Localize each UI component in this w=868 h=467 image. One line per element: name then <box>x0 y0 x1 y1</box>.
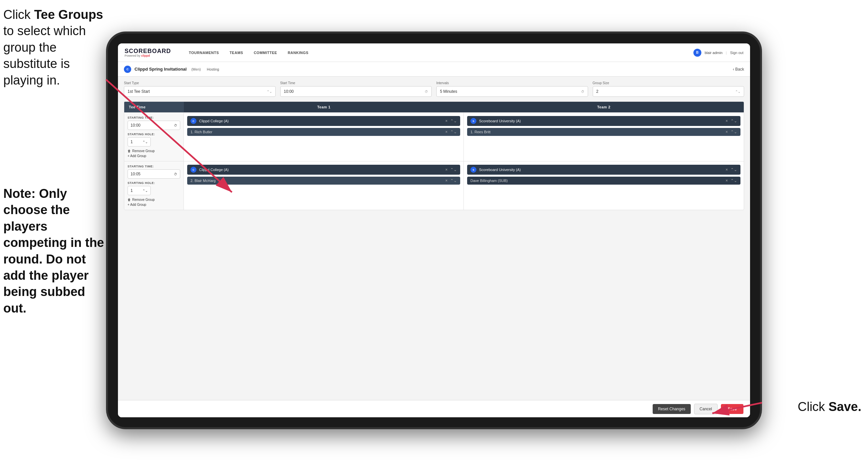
team2-entry-2[interactable]: S Scoreboard University (A) × ⌃⌄ <box>467 165 740 175</box>
nav-rankings[interactable]: RANKINGS <box>283 49 313 57</box>
team2-arrow-2[interactable]: ⌃⌄ <box>731 167 737 172</box>
starting-time-value-1: 10:00 <box>130 123 141 127</box>
content-area: Start Type 1st Tee Start ⌃⌄ Start Time 1… <box>118 77 750 417</box>
instruction-text: Click Tee Groups to select which group t… <box>3 7 106 88</box>
nav-committee[interactable]: COMMITTEE <box>249 49 282 57</box>
start-time-field: Start Time 10:00 ⏱ <box>280 81 432 97</box>
start-time-input[interactable]: 10:00 ⏱ <box>280 86 432 97</box>
team1-entry-1[interactable]: C Clippd College (A) × ⌃⌄ <box>187 116 460 126</box>
time-icon-1: ⏱ <box>174 124 177 127</box>
player1-entry-2: 2. Blair McHarg × ⌃⌄ <box>187 177 460 185</box>
start-type-label: Start Type <box>124 81 276 85</box>
tablet-frame: SCOREBOARD Powered by clippd TOURNAMENTS… <box>106 31 762 429</box>
team2-x-1[interactable]: × <box>725 119 728 123</box>
team2-icon-2: S <box>470 167 476 173</box>
starting-hole-input-2[interactable]: 1 ⌃⌄ <box>128 186 151 195</box>
group-size-value: 2 <box>596 89 599 94</box>
starting-time-input-2[interactable]: 10:05 ⏱ <box>128 169 180 179</box>
team1-arrow-1[interactable]: ⌃⌄ <box>450 119 457 123</box>
add-group-btn-2[interactable]: + Add Group <box>128 203 180 206</box>
team1-icon-1: C <box>190 118 196 124</box>
team1-x-2[interactable]: × <box>445 167 447 172</box>
sub-player-name-2: Dave Billingham (SUB) <box>470 179 507 183</box>
logo-brand: clippd <box>141 54 150 57</box>
back-button[interactable]: Back <box>733 67 744 71</box>
team1-name-2: Clippd College (A) <box>199 168 228 172</box>
group-size-input[interactable]: 2 ⌃⌄ <box>593 86 744 97</box>
starting-hole-input-1[interactable]: 1 ⌃⌄ <box>128 137 151 146</box>
player2-arrow-1[interactable]: ⌃⌄ <box>731 129 737 134</box>
tee-group-row-2: STARTING TIME: 10:05 ⏱ STARTING HOLE: 1 … <box>124 161 744 210</box>
team1-icon-2: C <box>190 167 196 173</box>
start-type-arrow: ⌃⌄ <box>267 90 272 93</box>
remove-icon-2: 🗑 <box>128 198 131 202</box>
team1-arrow-2[interactable]: ⌃⌄ <box>450 167 457 172</box>
col-team2: Team 2 <box>464 102 744 112</box>
note-bold-content: Only choose the players competing in the… <box>3 186 104 315</box>
intervals-input[interactable]: 5 Minutes ⏱ <box>436 86 588 97</box>
sub-header: C Clippd Spring Invitational (Men) Hosti… <box>118 62 750 77</box>
remove-group-btn-2[interactable]: 🗑 Remove Group <box>128 198 180 202</box>
player1-entry-1: 1. Rich Butler × ⌃⌄ <box>187 128 460 136</box>
hole-value-1: 1 <box>130 140 133 144</box>
start-time-value: 10:00 <box>284 89 294 94</box>
team2-name-1: Scoreboard University (A) <box>479 119 521 123</box>
remove-group-btn-1[interactable]: 🗑 Remove Group <box>128 149 180 153</box>
group-size-label: Group Size <box>593 81 744 85</box>
hole-arrow-1: ⌃⌄ <box>143 140 148 144</box>
team1-name-1: Clippd College (A) <box>199 119 228 123</box>
save-bold: Save. <box>829 400 861 414</box>
col-tee-time: Tee Time <box>124 102 184 112</box>
time-icon-2: ⏱ <box>174 172 177 176</box>
sub-player-arrow-2[interactable]: ⌃⌄ <box>731 178 737 183</box>
start-type-input[interactable]: 1st Tee Start ⌃⌄ <box>124 86 276 97</box>
nav-right: B blair admin | Sign out <box>693 49 743 57</box>
group-size-arrow: ⌃⌄ <box>735 90 740 93</box>
tablet-screen: SCOREBOARD Powered by clippd TOURNAMENTS… <box>118 43 750 417</box>
player1-name-2: 2. Blair McHarg <box>190 179 216 183</box>
player1-arrow-2[interactable]: ⌃⌄ <box>450 178 457 183</box>
starting-time-label-1: STARTING TIME: <box>128 116 180 119</box>
group-size-field: Group Size 2 ⌃⌄ <box>593 81 744 97</box>
team2-x-2[interactable]: × <box>725 167 728 172</box>
team2-col-2: S Scoreboard University (A) × ⌃⌄ Dave Bi… <box>464 162 744 210</box>
team2-col-1: S Scoreboard University (A) × ⌃⌄ 1. Rees… <box>464 113 744 161</box>
tee-left-col-2: STARTING TIME: 10:05 ⏱ STARTING HOLE: 1 … <box>124 162 184 210</box>
starting-time-label-2: STARTING TIME: <box>128 165 180 168</box>
logo-main-text: SCOREBOARD <box>125 48 171 54</box>
player1-x-2[interactable]: × <box>445 178 447 183</box>
hosting-label: Hosting <box>207 67 219 71</box>
tee-left-col-1: STARTING TIME: 10:00 ⏱ STARTING HOLE: 1 … <box>124 113 184 161</box>
starting-hole-label-1: STARTING HOLE: <box>128 133 180 136</box>
click-save-text: Click Save. <box>798 400 861 414</box>
player1-x-1[interactable]: × <box>445 129 447 134</box>
user-label: blair admin <box>705 51 722 55</box>
sign-out-link[interactable]: Sign out <box>730 51 743 55</box>
player2-x-1[interactable]: × <box>725 129 728 134</box>
player2-entry-1: 1. Rees Britt × ⌃⌄ <box>467 128 740 136</box>
hole-arrow-2: ⌃⌄ <box>143 189 148 193</box>
footer-bar: Reset Changes Cancel Save <box>118 400 750 417</box>
add-group-btn-1[interactable]: + Add Group <box>128 154 180 158</box>
sub-player-x-2[interactable]: × <box>725 178 728 183</box>
team1-col-2: C Clippd College (A) × ⌃⌄ 2. Blair McHar… <box>184 162 464 210</box>
save-button[interactable]: Save <box>721 404 743 414</box>
remove-icon-1: 🗑 <box>128 149 131 153</box>
intervals-value: 5 Minutes <box>440 89 457 94</box>
nav-tournaments[interactable]: TOURNAMENTS <box>184 49 224 57</box>
tournament-name: Clippd Spring Invitational <box>134 67 187 71</box>
team1-entry-2[interactable]: C Clippd College (A) × ⌃⌄ <box>187 165 460 175</box>
team2-arrow-1[interactable]: ⌃⌄ <box>731 119 737 123</box>
team2-entry-1[interactable]: S Scoreboard University (A) × ⌃⌄ <box>467 116 740 126</box>
navbar: SCOREBOARD Powered by clippd TOURNAMENTS… <box>118 43 750 62</box>
reset-changes-button[interactable]: Reset Changes <box>653 404 691 414</box>
player2-name-1: 1. Rees Britt <box>470 130 491 134</box>
player1-arrow-1[interactable]: ⌃⌄ <box>450 129 457 134</box>
team2-name-2: Scoreboard University (A) <box>479 168 521 172</box>
nav-teams[interactable]: TEAMS <box>225 49 248 57</box>
starting-time-input-1[interactable]: 10:00 ⏱ <box>128 121 180 130</box>
team1-x-1[interactable]: × <box>445 119 447 123</box>
cancel-button[interactable]: Cancel <box>694 404 718 414</box>
intervals-icon: ⏱ <box>581 90 584 93</box>
note-text: Note: Only choose the players competing … <box>3 185 106 317</box>
